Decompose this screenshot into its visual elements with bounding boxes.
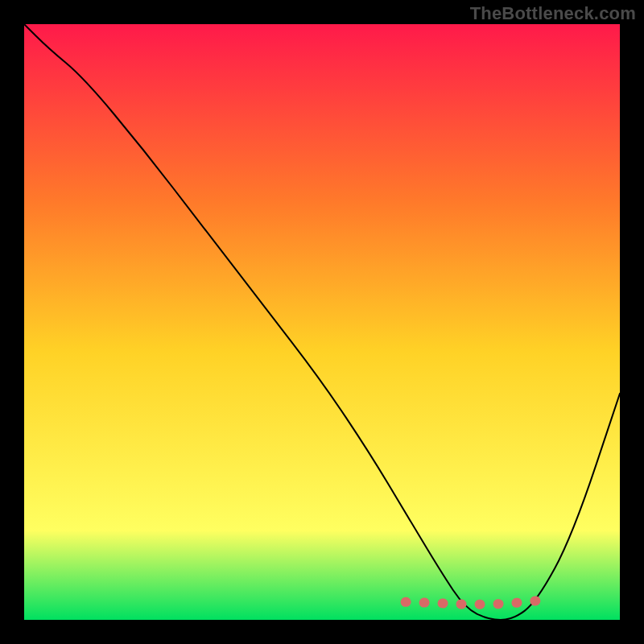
chart-frame: TheBottleneck.com [0,0,644,644]
watermark-text: TheBottleneck.com [470,3,636,24]
plot-area [24,24,620,620]
chart-svg [24,24,620,620]
